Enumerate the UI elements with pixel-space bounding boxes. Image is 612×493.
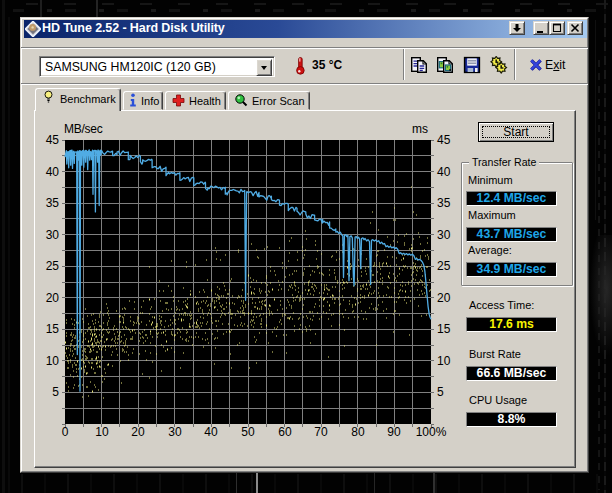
- svg-text:10: 10: [46, 354, 60, 368]
- svg-text:20: 20: [437, 291, 451, 305]
- svg-text:10: 10: [95, 425, 109, 439]
- svg-text:70: 70: [314, 425, 328, 439]
- svg-text:5: 5: [437, 385, 444, 399]
- svg-text:35: 35: [46, 196, 60, 210]
- svg-text:5: 5: [52, 385, 59, 399]
- svg-text:25: 25: [46, 259, 60, 273]
- svg-text:60: 60: [278, 425, 292, 439]
- svg-text:15: 15: [46, 322, 60, 336]
- svg-text:40: 40: [46, 165, 60, 179]
- svg-text:45: 45: [437, 133, 451, 147]
- svg-text:30: 30: [437, 228, 451, 242]
- svg-text:100%: 100%: [416, 425, 447, 439]
- svg-text:30: 30: [46, 228, 60, 242]
- svg-text:30: 30: [168, 425, 182, 439]
- svg-text:25: 25: [437, 259, 451, 273]
- svg-text:15: 15: [437, 322, 451, 336]
- svg-text:20: 20: [46, 291, 60, 305]
- svg-text:MB/sec: MB/sec: [64, 122, 103, 136]
- svg-text:50: 50: [241, 425, 255, 439]
- svg-text:40: 40: [437, 165, 451, 179]
- svg-text:0: 0: [62, 425, 69, 439]
- svg-text:90: 90: [387, 425, 401, 439]
- svg-text:45: 45: [46, 133, 60, 147]
- svg-text:ms: ms: [412, 122, 428, 136]
- svg-text:40: 40: [204, 425, 218, 439]
- svg-text:35: 35: [437, 196, 451, 210]
- svg-text:10: 10: [437, 354, 451, 368]
- svg-text:80: 80: [351, 425, 365, 439]
- svg-text:20: 20: [131, 425, 145, 439]
